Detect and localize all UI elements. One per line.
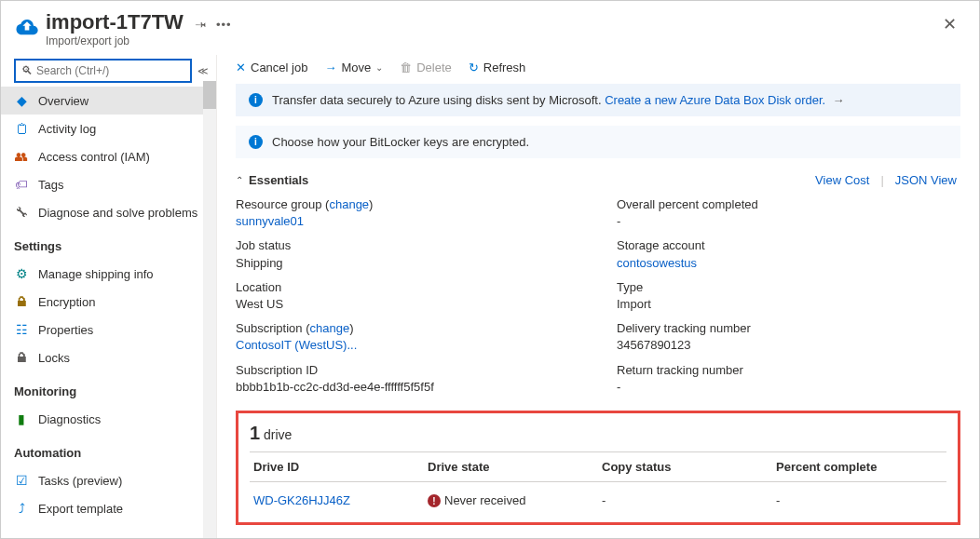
move-icon: → <box>324 61 336 74</box>
section-monitoring: Monitoring <box>1 377 216 405</box>
command-bar: ✕Cancel job →Move⌄ 🗑︎Delete ↻Refresh <box>217 55 979 84</box>
overview-icon: ◆ <box>14 93 29 108</box>
drives-title: 1 drive <box>250 417 946 451</box>
diagnose-icon: 🔧︎ <box>14 205 29 220</box>
diagnostics-icon: ▮ <box>14 411 29 426</box>
nav-export-template[interactable]: ⤴︎Export template <box>1 494 216 522</box>
resource-group-label: Resource group (change) <box>236 196 579 213</box>
essentials-toggle-icon[interactable]: ⌃ <box>236 175 243 185</box>
col-percent-complete[interactable]: Percent complete <box>772 451 946 481</box>
subscription-id-value: bbbb1b1b-cc2c-dd3d-ee4e-ffffff5f5f5f <box>236 379 579 396</box>
resource-icon <box>14 14 40 40</box>
col-drive-id[interactable]: Drive ID <box>250 451 424 481</box>
nav-encryption[interactable]: 🔒︎Encryption <box>1 288 216 316</box>
overall-percent-value: - <box>617 213 960 230</box>
info-banner-bitlocker: i Choose how your BitLocker keys are enc… <box>236 126 960 158</box>
search-input-wrapper[interactable]: 🔍︎ <box>14 59 192 83</box>
subscription-value[interactable]: ContosoIT (WestUS)... <box>236 338 357 352</box>
delete-button: 🗑︎Delete <box>400 61 452 74</box>
return-tracking-value: - <box>617 379 960 396</box>
cancel-icon: ✕ <box>236 61 246 74</box>
databox-link[interactable]: Create a new Azure Data Box Disk order. <box>605 93 825 107</box>
nav-tasks[interactable]: ☑︎Tasks (preview) <box>1 466 216 494</box>
col-copy-status[interactable]: Copy status <box>598 451 772 481</box>
location-value: West US <box>236 296 579 313</box>
pin-icon[interactable]: 📌︎ <box>191 16 210 34</box>
col-drive-state[interactable]: Drive state <box>424 451 598 481</box>
cancel-job-button[interactable]: ✕Cancel job <box>236 61 307 74</box>
drive-state-value: Never received <box>444 493 525 507</box>
info-icon: i <box>249 135 263 149</box>
page-subtitle: Import/export job <box>46 34 184 47</box>
nav-tags[interactable]: 🏷︎Tags <box>1 170 216 198</box>
subscription-label: Subscription (change) <box>236 320 579 337</box>
nav-diagnostics[interactable]: ▮Diagnostics <box>1 405 216 433</box>
search-input[interactable] <box>36 64 184 77</box>
locks-icon: 🔒︎ <box>14 350 29 365</box>
subscription-id-label: Subscription ID <box>236 362 579 379</box>
sidebar-collapse-icon[interactable]: ≪ <box>197 65 209 77</box>
nav-access-control[interactable]: 👥︎Access control (IAM) <box>1 142 216 170</box>
nav-shipping[interactable]: ⚙︎Manage shipping info <box>1 260 216 288</box>
job-status-value: Shipping <box>236 255 579 272</box>
location-label: Location <box>236 279 579 296</box>
drives-section: 1 drive Drive ID Drive state Copy status… <box>236 411 960 526</box>
change-subscription-link[interactable]: change <box>309 321 349 335</box>
nav-locks[interactable]: 🔒︎Locks <box>1 344 216 371</box>
overall-percent-label: Overall percent completed <box>617 196 960 213</box>
refresh-icon: ↻ <box>469 61 479 74</box>
type-value: Import <box>617 296 960 313</box>
refresh-button[interactable]: ↻Refresh <box>469 61 526 74</box>
shipping-icon: ⚙︎ <box>14 266 29 281</box>
change-resource-group-link[interactable]: change <box>329 197 369 211</box>
activity-log-icon: 📋︎ <box>14 121 29 136</box>
return-tracking-label: Return tracking number <box>617 362 960 379</box>
properties-icon: ☷ <box>14 322 29 337</box>
nav-diagnose[interactable]: 🔧︎Diagnose and solve problems <box>1 198 216 226</box>
nav-properties[interactable]: ☷Properties <box>1 316 216 344</box>
tags-icon: 🏷︎ <box>14 177 29 192</box>
info-icon: i <box>249 93 263 107</box>
percent-complete-value: - <box>772 481 946 509</box>
more-icon[interactable]: ••• <box>216 18 232 32</box>
access-control-icon: 👥︎ <box>14 149 29 164</box>
nav-activity-log[interactable]: 📋︎Activity log <box>1 115 216 142</box>
close-button[interactable]: ✕ <box>939 10 960 38</box>
nav-overview[interactable]: ◆Overview <box>1 87 216 115</box>
storage-account-label: Storage account <box>617 237 960 254</box>
json-view-link[interactable]: JSON View <box>892 173 960 187</box>
chevron-down-icon: ⌄ <box>375 62 383 73</box>
page-title: import-1T7TW <box>46 10 184 34</box>
delivery-tracking-value: 34567890123 <box>617 337 960 354</box>
tasks-icon: ☑︎ <box>14 473 29 488</box>
essentials-title[interactable]: Essentials <box>249 173 308 187</box>
arrow-right-icon[interactable]: → <box>832 93 844 107</box>
copy-status-value: - <box>598 481 772 509</box>
info-banner-databox: i Transfer data securely to Azure using … <box>236 84 960 116</box>
search-icon: 🔍︎ <box>21 64 33 77</box>
move-button[interactable]: →Move⌄ <box>324 61 383 74</box>
storage-account-value[interactable]: contosowestus <box>617 256 697 270</box>
sidebar: 🔍︎ ≪ ◆Overview 📋︎Activity log 👥︎Access c… <box>1 55 217 539</box>
section-automation: Automation <box>1 438 216 466</box>
type-label: Type <box>617 279 960 296</box>
section-settings: Settings <box>1 232 216 260</box>
sidebar-scrollbar[interactable] <box>203 81 216 539</box>
table-row[interactable]: WD-GK26HJJ46Z !Never received - - <box>250 481 946 509</box>
encryption-icon: 🔒︎ <box>14 294 29 309</box>
resource-group-value[interactable]: sunnyvale01 <box>236 214 304 228</box>
job-status-label: Job status <box>236 237 579 254</box>
export-template-icon: ⤴︎ <box>14 501 29 516</box>
drive-id-link[interactable]: WD-GK26HJJ46Z <box>253 493 350 507</box>
delivery-tracking-label: Delivery tracking number <box>617 320 960 337</box>
error-icon: ! <box>428 494 441 507</box>
view-cost-link[interactable]: View Cost <box>811 173 873 187</box>
drives-table: Drive ID Drive state Copy status Percent… <box>250 451 946 510</box>
delete-icon: 🗑︎ <box>400 61 412 74</box>
main-content: ✕Cancel job →Move⌄ 🗑︎Delete ↻Refresh i T… <box>217 55 979 539</box>
blade-header: import-1T7TW Import/export job 📌︎ ••• ✕ <box>1 1 979 55</box>
